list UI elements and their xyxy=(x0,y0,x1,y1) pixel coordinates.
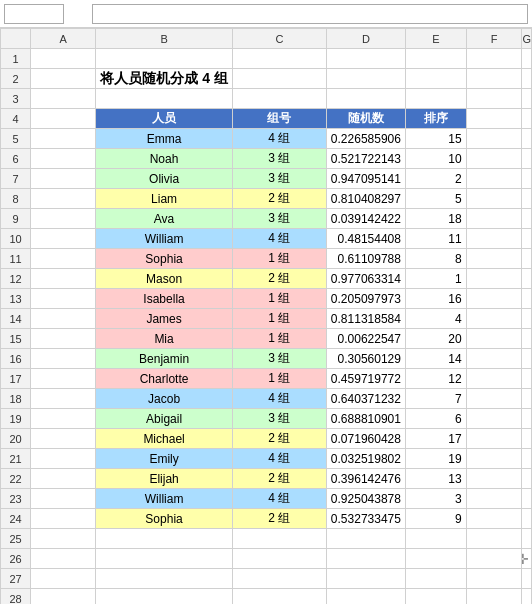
row-header[interactable]: 7 xyxy=(1,169,31,189)
cell[interactable] xyxy=(522,469,532,489)
cell[interactable] xyxy=(522,249,532,269)
cell[interactable] xyxy=(31,89,96,109)
cell[interactable]: 17 xyxy=(405,429,466,449)
row-header[interactable]: 16 xyxy=(1,349,31,369)
row-header[interactable]: 9 xyxy=(1,209,31,229)
row-header[interactable]: 25 xyxy=(1,529,31,549)
cell[interactable] xyxy=(405,49,466,69)
row-header[interactable]: 21 xyxy=(1,449,31,469)
cell[interactable]: Elijah xyxy=(96,469,233,489)
cell[interactable] xyxy=(466,209,522,229)
cell[interactable]: 2 组 xyxy=(232,469,326,489)
cell[interactable] xyxy=(522,369,532,389)
row-header[interactable]: 24 xyxy=(1,509,31,529)
cell[interactable]: Benjamin xyxy=(96,349,233,369)
cell[interactable]: Liam xyxy=(96,189,233,209)
cell[interactable] xyxy=(31,389,96,409)
cell[interactable] xyxy=(405,69,466,89)
cell[interactable] xyxy=(31,109,96,129)
cell[interactable] xyxy=(31,489,96,509)
cell[interactable] xyxy=(326,89,405,109)
cell[interactable]: 4 xyxy=(405,309,466,329)
cell[interactable]: 排序 xyxy=(405,109,466,129)
row-header[interactable]: 26 xyxy=(1,549,31,569)
cell[interactable]: 随机数 xyxy=(326,109,405,129)
cell[interactable] xyxy=(466,509,522,529)
cell[interactable] xyxy=(31,289,96,309)
cell[interactable] xyxy=(232,549,326,569)
cell[interactable] xyxy=(466,109,522,129)
cell[interactable]: 3 xyxy=(405,489,466,509)
cell[interactable] xyxy=(466,489,522,509)
cell[interactable]: 1 组 xyxy=(232,369,326,389)
cell[interactable] xyxy=(466,249,522,269)
cell[interactable]: Noah xyxy=(96,149,233,169)
cell[interactable]: 3 组 xyxy=(232,149,326,169)
cell[interactable]: Emily xyxy=(96,449,233,469)
cell[interactable] xyxy=(466,469,522,489)
cell[interactable] xyxy=(31,69,96,89)
cell[interactable] xyxy=(466,229,522,249)
cell[interactable] xyxy=(466,149,522,169)
cell[interactable] xyxy=(466,429,522,449)
cell[interactable] xyxy=(405,589,466,605)
cell[interactable] xyxy=(466,369,522,389)
row-header[interactable]: 4 xyxy=(1,109,31,129)
row-header[interactable]: 5 xyxy=(1,129,31,149)
cell[interactable] xyxy=(466,409,522,429)
cell[interactable]: 0.00622547 xyxy=(326,329,405,349)
row-header[interactable]: 22 xyxy=(1,469,31,489)
cell[interactable] xyxy=(522,109,532,129)
col-header-c[interactable]: C xyxy=(232,29,326,49)
cell[interactable]: 0.396142476 xyxy=(326,469,405,489)
cell[interactable]: 6 xyxy=(405,409,466,429)
cell[interactable]: Michael xyxy=(96,429,233,449)
row-header[interactable]: 18 xyxy=(1,389,31,409)
cell[interactable] xyxy=(31,169,96,189)
cell[interactable]: 3 组 xyxy=(232,349,326,369)
cell[interactable] xyxy=(31,449,96,469)
cell[interactable] xyxy=(31,189,96,209)
cell[interactable] xyxy=(466,89,522,109)
row-header[interactable]: 15 xyxy=(1,329,31,349)
cell[interactable]: 2 组 xyxy=(232,429,326,449)
cell[interactable]: 20 xyxy=(405,329,466,349)
cell[interactable] xyxy=(232,589,326,605)
cell[interactable] xyxy=(522,289,532,309)
cell[interactable]: 人员 xyxy=(96,109,233,129)
cell[interactable] xyxy=(522,69,532,89)
cell[interactable]: 4 组 xyxy=(232,129,326,149)
row-header[interactable]: 14 xyxy=(1,309,31,329)
cell[interactable]: 18 xyxy=(405,209,466,229)
cell[interactable]: 4 组 xyxy=(232,229,326,249)
cell[interactable] xyxy=(522,189,532,209)
cell[interactable] xyxy=(466,569,522,589)
cell[interactable] xyxy=(522,409,532,429)
cell[interactable] xyxy=(31,309,96,329)
cell[interactable]: Mia xyxy=(96,329,233,349)
cell[interactable]: 0.226585906 xyxy=(326,129,405,149)
cell[interactable]: 1 xyxy=(405,269,466,289)
cell[interactable] xyxy=(31,549,96,569)
cell[interactable] xyxy=(522,449,532,469)
cell[interactable]: 0.61109788 xyxy=(326,249,405,269)
cell[interactable] xyxy=(405,549,466,569)
cell[interactable] xyxy=(232,89,326,109)
cell[interactable]: 5 xyxy=(405,189,466,209)
cell[interactable] xyxy=(232,69,326,89)
row-header[interactable]: 3 xyxy=(1,89,31,109)
cell[interactable] xyxy=(326,569,405,589)
cell[interactable] xyxy=(522,349,532,369)
col-header-f[interactable]: F xyxy=(466,29,522,49)
cell[interactable] xyxy=(522,89,532,109)
cell[interactable] xyxy=(522,309,532,329)
cell[interactable]: 0.459719772 xyxy=(326,369,405,389)
row-header[interactable]: 17 xyxy=(1,369,31,389)
cell[interactable] xyxy=(522,149,532,169)
cell[interactable]: 0.811318584 xyxy=(326,309,405,329)
cell[interactable] xyxy=(31,229,96,249)
cell[interactable] xyxy=(31,409,96,429)
cell[interactable]: 10 xyxy=(405,149,466,169)
cell[interactable] xyxy=(31,429,96,449)
cell[interactable]: Abigail xyxy=(96,409,233,429)
